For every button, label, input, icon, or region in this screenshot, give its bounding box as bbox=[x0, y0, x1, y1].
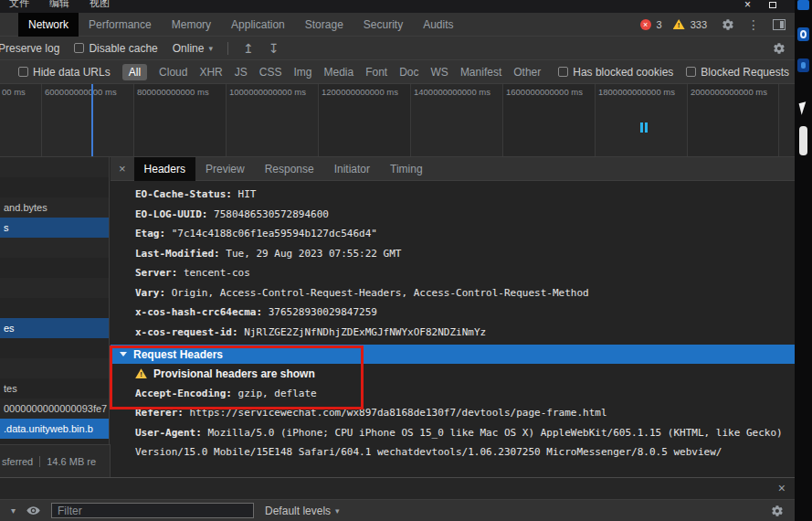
request-headers-section-header[interactable]: Request Headers bbox=[111, 345, 795, 364]
mouse-cursor-icon bbox=[799, 101, 809, 115]
request-row[interactable] bbox=[0, 338, 109, 358]
timeline-label: 1600000000000 ms bbox=[506, 87, 583, 97]
filter-type-css[interactable]: CSS bbox=[259, 66, 282, 79]
tab-memory[interactable]: Memory bbox=[162, 13, 221, 37]
request-row[interactable]: and.bytes bbox=[0, 197, 109, 218]
error-count: 3 bbox=[657, 19, 662, 30]
window-menu-item[interactable]: 视图 bbox=[90, 0, 110, 9]
window-menu-item[interactable]: 编辑 bbox=[49, 0, 69, 9]
summary-transferred: sferred bbox=[2, 456, 33, 467]
request-row[interactable] bbox=[0, 278, 109, 298]
dock-side-icon[interactable] bbox=[773, 19, 786, 30]
checkbox-icon bbox=[686, 67, 696, 77]
response-header-line: VaryOrigin, Access-Control-Request-Heade… bbox=[111, 283, 795, 303]
filter-type-font[interactable]: Font bbox=[365, 66, 387, 79]
filter-type-js[interactable]: JS bbox=[235, 66, 248, 79]
network-settings-gear-icon[interactable] bbox=[773, 42, 786, 55]
warning-badge-icon: ! bbox=[673, 19, 685, 29]
window-maximize-button[interactable] bbox=[769, 2, 776, 8]
tab-storage[interactable]: Storage bbox=[295, 13, 353, 37]
preserve-log-checkbox[interactable]: Preserve log bbox=[0, 42, 59, 55]
blocked-requests-checkbox[interactable]: Blocked Requests bbox=[686, 66, 789, 79]
request-header-line-user-agent: User-AgentMozilla/5.0 (iPhone; CPU iPhon… bbox=[111, 423, 795, 463]
window-close-button[interactable]: × bbox=[744, 0, 751, 10]
warning-icon: ! bbox=[135, 368, 147, 378]
console-settings-gear-icon[interactable] bbox=[771, 505, 784, 517]
chevron-down-icon: ▾ bbox=[208, 44, 213, 53]
export-har-icon[interactable]: ↧ bbox=[269, 42, 279, 55]
filter-type-media[interactable]: Media bbox=[323, 66, 353, 79]
console-filter-input[interactable] bbox=[51, 503, 254, 518]
timeline-label: 2000000000000 ms bbox=[691, 87, 767, 97]
tab-headers[interactable]: Headers bbox=[134, 157, 195, 181]
console-levels-dropdown[interactable]: Default levels ▾ bbox=[265, 505, 340, 517]
timeline-label: 1000000000000 ms bbox=[229, 87, 306, 97]
response-header-line: EO-LOG-UUID7580486530572894600 bbox=[111, 205, 795, 225]
request-list: and.bytes s es tes 0000000000000093fe7 .… bbox=[0, 157, 110, 444]
hide-data-urls-checkbox[interactable]: Hide data URLs bbox=[18, 66, 111, 79]
filter-type-doc[interactable]: Doc bbox=[399, 66, 418, 79]
close-details-icon[interactable]: × bbox=[111, 162, 134, 175]
close-drawer-icon[interactable]: × bbox=[778, 481, 786, 495]
desktop-edge-strip bbox=[795, 0, 812, 521]
network-toolbar: Preserve log Disable cache Online ▾ ↥ ↧ bbox=[0, 37, 795, 60]
request-header-line: Refererhttps://servicewechat.com/wx897da… bbox=[111, 403, 795, 423]
scrollbar-thumb[interactable] bbox=[799, 126, 807, 155]
settings-gear-icon[interactable] bbox=[722, 18, 734, 31]
console-context-dropdown[interactable]: ▾ bbox=[11, 505, 16, 516]
tab-initiator[interactable]: Initiator bbox=[324, 157, 380, 181]
request-row[interactable]: 0000000000000093fe7 bbox=[0, 399, 109, 419]
more-options-icon[interactable]: ⋮ bbox=[747, 18, 760, 31]
network-overview-timeline[interactable]: 00 ms 600000000000 ms 800000000000 ms 10… bbox=[0, 84, 795, 157]
request-row[interactable] bbox=[0, 258, 109, 278]
request-row[interactable]: es bbox=[0, 318, 109, 338]
window-menu-bar: 文件 编辑 视图 × bbox=[0, 0, 795, 13]
has-blocked-cookies-checkbox[interactable]: Has blocked cookies bbox=[558, 66, 673, 79]
filter-type-xhr[interactable]: XHR bbox=[199, 66, 222, 79]
throttling-dropdown[interactable]: Online ▾ bbox=[173, 42, 213, 55]
filter-type-manifest[interactable]: Manifest bbox=[460, 66, 501, 79]
disable-cache-checkbox[interactable]: Disable cache bbox=[74, 42, 157, 55]
filter-type-other[interactable]: Other bbox=[513, 66, 541, 79]
devtools-window: 文件 编辑 视图 × Network Performance Memory Ap… bbox=[0, 0, 812, 521]
request-row[interactable] bbox=[0, 238, 109, 258]
request-row[interactable]: tes bbox=[0, 378, 109, 399]
request-row[interactable] bbox=[0, 298, 109, 318]
checkbox-icon bbox=[558, 67, 568, 77]
timeline-label-partial: 00 ms bbox=[2, 87, 26, 97]
tab-preview[interactable]: Preview bbox=[195, 157, 255, 181]
checkbox-icon bbox=[74, 43, 84, 53]
tab-audits[interactable]: Audits bbox=[413, 13, 463, 37]
request-row-selected[interactable]: .data.unityweb.bin.b bbox=[0, 419, 109, 439]
devtools-tab-bar: Network Performance Memory Application S… bbox=[0, 13, 795, 37]
tab-timing[interactable]: Timing bbox=[380, 157, 433, 181]
desktop-app-icon[interactable] bbox=[797, 58, 809, 72]
request-details-tab-bar: × Headers Preview Response Initiator Tim… bbox=[111, 157, 795, 181]
import-har-icon[interactable]: ↥ bbox=[243, 42, 254, 55]
filter-type-ws[interactable]: WS bbox=[431, 66, 448, 79]
tab-security[interactable]: Security bbox=[353, 13, 413, 37]
tab-response[interactable]: Response bbox=[255, 157, 324, 181]
eye-icon[interactable] bbox=[26, 504, 40, 517]
timeline-selection-line[interactable] bbox=[91, 84, 93, 157]
desktop-app-icon[interactable] bbox=[797, 0, 809, 10]
drawer-header: × bbox=[0, 478, 795, 499]
filter-type-img[interactable]: Img bbox=[293, 66, 311, 79]
filter-type-cloud[interactable]: Cloud bbox=[159, 66, 187, 79]
request-row[interactable] bbox=[0, 157, 109, 177]
desktop-app-icon[interactable] bbox=[797, 27, 809, 41]
separator bbox=[39, 456, 40, 467]
request-row[interactable] bbox=[0, 177, 109, 197]
error-badge-icon: × bbox=[640, 19, 651, 30]
response-header-line: Servertencent-cos bbox=[111, 263, 795, 283]
tab-network[interactable]: Network bbox=[18, 13, 79, 37]
window-menu-item[interactable]: 文件 bbox=[9, 0, 29, 9]
tab-application[interactable]: Application bbox=[221, 13, 295, 37]
issue-badges[interactable]: × 3 ! 333 bbox=[640, 19, 712, 30]
request-row[interactable] bbox=[0, 358, 109, 378]
network-filter-bar: Hide data URLs All Cloud XHR JS CSS Img … bbox=[0, 60, 795, 84]
tab-performance[interactable]: Performance bbox=[79, 13, 162, 37]
request-row[interactable]: s bbox=[0, 218, 109, 238]
summary-size: 14.6 MB re bbox=[47, 456, 96, 467]
filter-all-pill[interactable]: All bbox=[122, 64, 147, 80]
